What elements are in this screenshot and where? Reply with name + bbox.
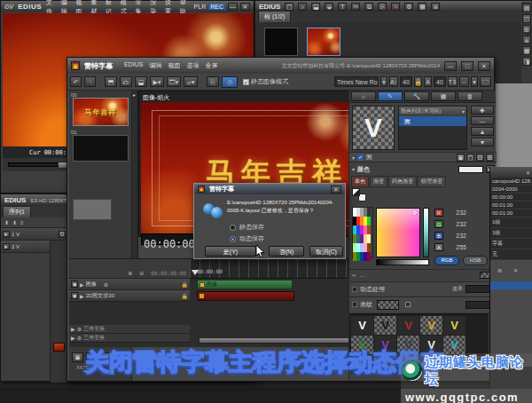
hsb-mode-button[interactable]: HSB [463,256,488,265]
monitor-icon[interactable]: 🖵 [480,76,491,87]
layer-icon-3[interactable]: ⊟ [476,154,484,162]
timeline-tab-sequence[interactable]: 序列1 [3,206,31,217]
tab-search-icon[interactable]: ⌕ [351,91,376,101]
checkbox-checked-icon[interactable]: ✓ [357,154,364,161]
texture-swatch[interactable] [377,300,399,310]
lette-menu-item[interactable]: 视图 [168,61,180,70]
editor-track-row-extra2[interactable]: ▶ ⚙ 三维变换 [69,334,190,343]
style-preset[interactable]: V [351,316,373,335]
panel-icon-1[interactable]: ▤ [522,4,531,12]
slide-thumbnail-2[interactable] [73,199,112,220]
grayscale-ramp[interactable] [376,259,429,265]
panel-icon-3[interactable]: ⊞ [522,25,531,34]
panel-icon-6[interactable]: ◨ [522,57,531,66]
clipboard-icon[interactable]: ⎘ [207,76,219,87]
slide-thumbnail-0[interactable]: 马年吉祥 [73,98,129,126]
color-section-row[interactable]: ▾ 颜色 ▸ [349,163,497,175]
bin-tab-root[interactable]: 根 (1/2) [258,11,291,22]
radio-selected-icon[interactable] [230,236,236,242]
selected-row-highlight[interactable] [490,281,532,289]
import-icon[interactable]: ⬙ [325,3,333,11]
channel-value[interactable]: 255 [447,244,466,250]
color-mode-tab[interactable]: 渐变 [370,176,387,187]
minimize-icon[interactable]: — [228,3,238,11]
font-width-icon[interactable]: A [424,76,432,87]
style-preset[interactable]: V [397,316,419,335]
expand-icon[interactable]: ▶ [80,281,84,288]
font-width-field[interactable]: 40 [434,76,446,87]
palette-color[interactable] [367,217,371,225]
bin-item-clip-thumb[interactable] [307,28,340,56]
tab-tools-icon[interactable]: 🔧 [404,91,429,101]
no-button[interactable]: 否(N) [269,246,304,257]
panel-icon-5[interactable]: ▦ [522,46,531,55]
visibility-icon[interactable]: ■ [71,292,78,299]
play-preview-icon[interactable]: ▶▾ [150,76,164,87]
text-spacing-icon[interactable]: ⇔ [459,76,469,87]
layer-icon-4[interactable]: ⊞ [486,154,494,162]
font-size-field[interactable]: 40 [400,76,412,87]
copy-icon[interactable]: ⧉ [364,3,373,11]
close-icon[interactable]: ✕ [526,170,530,176]
zoom-out-icon[interactable]: ⊖ [139,270,144,276]
move-down-button[interactable]: ▼ [471,138,494,146]
fg-color-swatch[interactable] [352,188,360,196]
paste-icon[interactable]: ⎘ [378,3,387,11]
timeline-clip-image[interactable]: 图像 [197,280,293,289]
remove-color-button[interactable]: — [471,116,494,125]
expand-icon[interactable]: ▶ [71,326,75,332]
color-mode-tab[interactable]: 四色渐变 [388,176,417,187]
chevron-down-icon[interactable]: ▾ [380,76,387,87]
tab-edit-icon[interactable]: ✎ [378,91,403,101]
channel-value[interactable]: 232 [447,233,466,239]
layer-icon-1[interactable]: ▣ [457,154,465,162]
color-list-header[interactable]: 颜色列表(常用组) ▾ [399,107,466,116]
saturation-value-square[interactable] [376,208,420,257]
effects-icon[interactable]: ⚙ [104,281,108,288]
lette-menu-item[interactable]: EDIUS [124,61,143,70]
rec-mode-button[interactable]: REC [208,4,225,10]
texture-row[interactable]: 底纹 [349,296,497,312]
lette-menu-item[interactable]: 全屏 [205,61,217,70]
dynamic-effect-row[interactable]: 动态处理 速率 [349,281,497,296]
delete-icon[interactable]: ✕ [391,3,400,11]
yes-button[interactable]: 是(Y) [205,246,256,257]
collapse-icon[interactable]: ⬍ [12,219,17,225]
move-up-button[interactable]: ▲ [471,127,494,136]
style-preset[interactable]: V [443,336,466,354]
style-preset[interactable]: V [374,316,396,335]
undo-icon[interactable]: ↶ [70,76,82,87]
chevron-down-icon[interactable]: ▾ [471,76,478,87]
lette-menu-item[interactable]: 选项 [186,61,199,70]
color-list-selected-item[interactable]: 面 [399,116,466,126]
infinity-icon[interactable]: ∞ [352,273,356,278]
add-color-button[interactable]: ✚ [471,106,494,115]
close-icon[interactable]: ✕ [240,3,250,11]
more-icon[interactable]: ⋯ [359,273,364,279]
title-icon[interactable]: T [338,3,347,11]
layer-row[interactable]: ▾ ✓ 面 ▣ ▢ ⊟ ⊞ [349,152,497,162]
playhead-icon[interactable] [192,270,199,275]
minimize-icon[interactable]: — [444,61,457,71]
channel-value[interactable]: 232 [447,209,466,216]
rgb-mode-button[interactable]: RGB [434,256,459,265]
collapse-icon[interactable]: ▾ [352,154,355,161]
font-height-icon[interactable]: A↕ [389,76,398,87]
maximize-icon[interactable]: □ [461,61,473,71]
visibility-icon[interactable]: ■ [71,281,78,288]
lock-icon[interactable]: 🔒 [414,76,422,87]
color-picker-marker[interactable] [412,210,417,215]
palette-color[interactable] [367,252,371,261]
scroll-arrow-icon[interactable]: ▸ [133,91,136,98]
hue-slider[interactable] [423,208,429,257]
new-file-icon[interactable]: ⬒ [105,76,117,87]
track-row[interactable]: ▸ 1 V 0 [1,228,67,241]
channel-value[interactable]: 232 [447,221,466,227]
radio-unselected-icon[interactable] [230,225,236,231]
checkbox-checked-icon[interactable]: ✓ [243,79,249,85]
collapse-icon[interactable]: ▾ [352,166,355,172]
tab-grid-icon[interactable]: ▦ [431,91,456,101]
close-icon[interactable]: ✕ [478,61,490,71]
radio-static-save[interactable]: 静态保存 [230,223,264,232]
palette-color[interactable] [367,208,371,217]
